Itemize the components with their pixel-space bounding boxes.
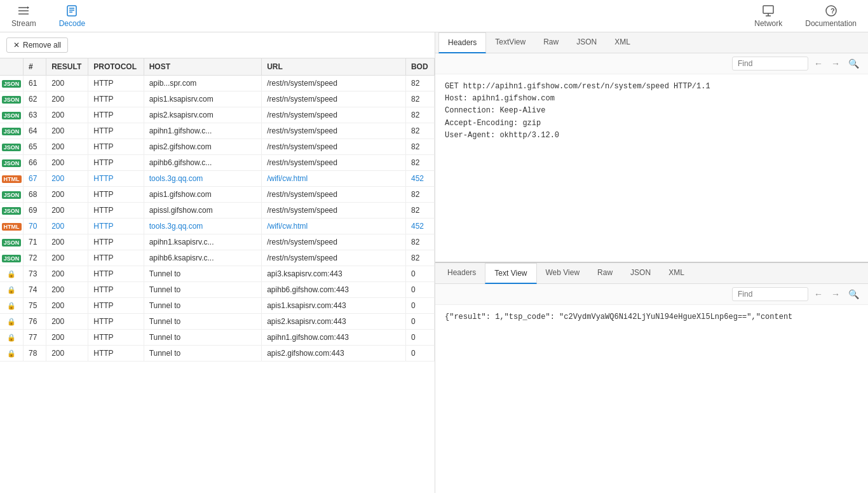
row-host: apissl.gifshow.com (144, 203, 262, 219)
request-find-prev-button[interactable]: ← (811, 57, 825, 70)
tab-json-request[interactable]: JSON (567, 32, 606, 53)
svg-rect-0 (67, 6, 76, 16)
table-row[interactable]: 🔒78200HTTPTunnel toapis2.gifshow.com:443… (0, 346, 435, 361)
table-row[interactable]: JSON66200HTTPapihb6.gifshow.c.../rest/n/… (0, 155, 435, 171)
row-body: 0 (405, 314, 434, 330)
row-result: 200 (46, 171, 88, 187)
tab-textview-request[interactable]: TextView (486, 32, 534, 53)
decode-toolbar-item[interactable]: Decode (54, 1, 90, 31)
json-badge: JSON (2, 80, 22, 88)
tab-raw-request[interactable]: Raw (534, 32, 567, 53)
table-row[interactable]: HTML70200HTTPtools.3g.qq.com/wifi/cw.htm… (0, 219, 435, 234)
row-body: 82 (405, 123, 434, 139)
row-host: Tunnel to (144, 282, 262, 298)
row-protocol: HTTP (88, 298, 144, 314)
table-row[interactable]: 🔒77200HTTPTunnel toapihn1.gifshow.com:44… (0, 330, 435, 346)
request-find-search-button[interactable]: 🔍 (846, 57, 862, 70)
row-host: Tunnel to (144, 330, 262, 346)
network-toolbar-item[interactable]: Network (749, 1, 787, 31)
remove-all-button[interactable]: ✕ Remove all (6, 37, 68, 53)
row-icon-cell: 🔒 (0, 282, 24, 298)
stream-label: Stream (11, 19, 36, 28)
row-num: 75 (24, 298, 46, 314)
tab-xml-response[interactable]: XML (660, 263, 693, 284)
row-protocol: HTTP (88, 171, 144, 187)
row-url: /rest/n/system/speed (262, 250, 406, 266)
request-find-next-button[interactable]: → (829, 57, 843, 70)
row-result: 200 (46, 234, 88, 250)
response-find-prev-button[interactable]: ← (811, 288, 825, 301)
col-protocol-header: PROTOCOL (88, 58, 144, 76)
row-url: /rest/n/system/speed (262, 234, 406, 250)
col-num-header: # (24, 58, 46, 76)
row-url: /wifi/cw.html (262, 171, 406, 187)
row-num: 62 (24, 91, 46, 107)
row-num: 77 (24, 330, 46, 346)
table-row[interactable]: JSON71200HTTPapihn1.ksapisrv.c.../rest/n… (0, 234, 435, 250)
response-find-search-button[interactable]: 🔍 (846, 288, 862, 301)
table-header-row: # RESULT PROTOCOL HOST URL BOD (0, 58, 435, 76)
table-row[interactable]: 🔒73200HTTPTunnel toapi3.ksapisrv.com:443… (0, 266, 435, 282)
tab-headers-response[interactable]: Headers (438, 263, 485, 284)
row-host: tools.3g.qq.com (144, 171, 262, 187)
table-row[interactable]: 🔒74200HTTPTunnel toapihb6.gifshow.com:44… (0, 282, 435, 298)
documentation-toolbar-item[interactable]: ? Documentation (800, 1, 862, 31)
table-row[interactable]: JSON69200HTTPapissl.gifshow.com/rest/n/s… (0, 203, 435, 219)
table-row[interactable]: JSON61200HTTPapib...spr.com/rest/n/syste… (0, 76, 435, 91)
row-url: /rest/n/system/speed (262, 155, 406, 171)
row-result: 200 (46, 107, 88, 123)
tab-json-response[interactable]: JSON (621, 263, 660, 284)
table-row[interactable]: JSON72200HTTPapihb6.ksapisrv.c.../rest/n… (0, 250, 435, 266)
row-num: 67 (24, 171, 46, 187)
row-host: apib...spr.com (144, 76, 262, 91)
lock-icon: 🔒 (7, 286, 16, 294)
row-protocol: HTTP (88, 314, 144, 330)
table-row[interactable]: 🔒75200HTTPTunnel toapis1.ksapisrv.com:44… (0, 298, 435, 314)
table-row[interactable]: JSON65200HTTPapis2.gifshow.com/rest/n/sy… (0, 139, 435, 155)
row-protocol: HTTP (88, 219, 144, 234)
row-icon-cell: JSON (0, 123, 24, 139)
table-row[interactable]: JSON62200HTTPapis1.ksapisrv.com/rest/n/s… (0, 91, 435, 107)
remove-all-label: Remove all (23, 41, 61, 50)
row-url: /rest/n/system/speed (262, 123, 406, 139)
row-url: /rest/n/system/speed (262, 139, 406, 155)
request-find-input[interactable] (732, 57, 808, 71)
table-row[interactable]: JSON68200HTTPapis1.gifshow.com/rest/n/sy… (0, 187, 435, 203)
row-num: 66 (24, 155, 46, 171)
row-body: 0 (405, 266, 434, 282)
table-body: JSON61200HTTPapib...spr.com/rest/n/syste… (0, 76, 435, 361)
table-row[interactable]: JSON64200HTTPapihn1.gifshow.c.../rest/n/… (0, 123, 435, 139)
row-icon-cell: 🔒 (0, 346, 24, 361)
row-num: 74 (24, 282, 46, 298)
row-url: /rest/n/system/speed (262, 91, 406, 107)
row-body: 452 (405, 171, 434, 187)
tab-xml-request[interactable]: XML (606, 32, 639, 53)
requests-table-container[interactable]: # RESULT PROTOCOL HOST URL BOD JSON61200… (0, 58, 435, 493)
tab-textview-response[interactable]: Text View (485, 263, 536, 284)
response-find-input[interactable] (732, 287, 808, 301)
tab-raw-response[interactable]: Raw (588, 263, 621, 284)
table-row[interactable]: JSON63200HTTPapis2.ksapisrv.com/rest/n/s… (0, 107, 435, 123)
requests-table: # RESULT PROTOCOL HOST URL BOD JSON61200… (0, 58, 435, 361)
row-icon-cell: JSON (0, 76, 24, 91)
row-protocol: HTTP (88, 250, 144, 266)
response-find-next-button[interactable]: → (829, 288, 843, 301)
row-body: 82 (405, 139, 434, 155)
row-protocol: HTTP (88, 187, 144, 203)
row-protocol: HTTP (88, 330, 144, 346)
json-badge: JSON (2, 159, 22, 167)
tab-headers-request[interactable]: Headers (438, 32, 486, 53)
table-row[interactable]: HTML67200HTTPtools.3g.qq.com/wifi/cw.htm… (0, 171, 435, 187)
row-url: /rest/n/system/speed (262, 107, 406, 123)
right-panel: Headers TextView Raw JSON XML ← → 🔍 GET … (435, 32, 868, 493)
decode-icon (65, 4, 78, 17)
row-body: 82 (405, 187, 434, 203)
tab-webview-response[interactable]: Web View (537, 263, 589, 284)
row-url: apihb6.gifshow.com:443 (262, 282, 406, 298)
stream-toolbar-item[interactable]: Stream (6, 1, 41, 31)
row-icon-cell: HTML (0, 171, 24, 187)
row-url: /rest/n/system/speed (262, 203, 406, 219)
table-row[interactable]: 🔒76200HTTPTunnel toapis2.ksapisrv.com:44… (0, 314, 435, 330)
json-badge: JSON (2, 112, 22, 119)
row-result: 200 (46, 155, 88, 171)
